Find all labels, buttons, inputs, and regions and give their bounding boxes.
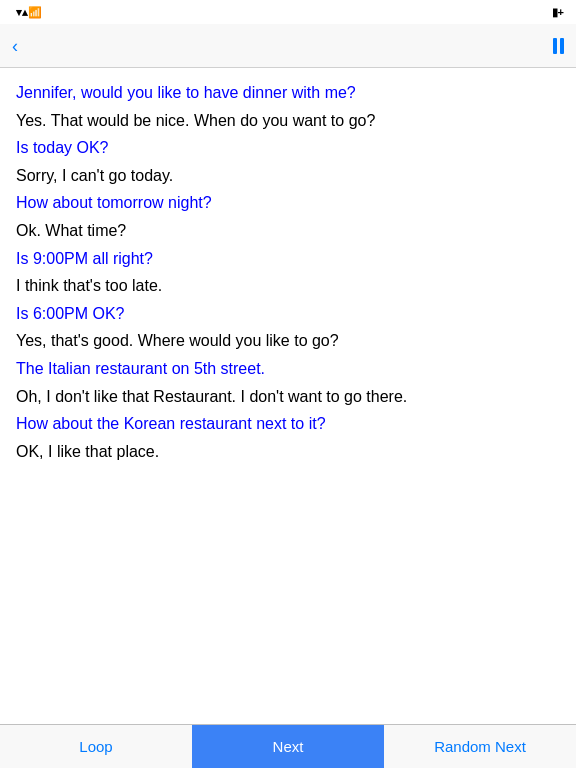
status-left: ▾▴📶 xyxy=(12,6,42,19)
tab-loop[interactable]: Loop xyxy=(0,725,192,768)
dialogue-line-6: Is 9:00PM all right? xyxy=(16,246,560,272)
pause-button[interactable] xyxy=(553,38,564,54)
battery-icon: ▮+ xyxy=(552,6,564,19)
status-right: ▮+ xyxy=(548,6,564,19)
pause-bar-right xyxy=(560,38,564,54)
dialogue-line-1: Yes. That would be nice. When do you wan… xyxy=(16,108,560,134)
wifi-icon: ▾▴📶 xyxy=(16,6,42,19)
dialogue-line-9: Yes, that's good. Where would you like t… xyxy=(16,328,560,354)
chevron-left-icon: ‹ xyxy=(12,37,18,55)
dialogue-line-10: The Italian restaurant on 5th street. xyxy=(16,356,560,382)
dialogue-line-12: How about the Korean restaurant next to … xyxy=(16,411,560,437)
tab-random-next[interactable]: Random Next xyxy=(384,725,576,768)
dialogue-line-0: Jennifer, would you like to have dinner … xyxy=(16,80,560,106)
back-button[interactable]: ‹ xyxy=(12,37,20,55)
pause-bar-left xyxy=(553,38,557,54)
tab-bar: LoopNextRandom Next xyxy=(0,724,576,768)
nav-bar: ‹ xyxy=(0,24,576,68)
dialogue-line-5: Ok. What time? xyxy=(16,218,560,244)
dialogue-line-13: OK, I like that place. xyxy=(16,439,560,465)
dialogue-content: Jennifer, would you like to have dinner … xyxy=(0,68,576,724)
status-bar: ▾▴📶 ▮+ xyxy=(0,0,576,24)
tab-next[interactable]: Next xyxy=(192,725,384,768)
dialogue-line-4: How about tomorrow night? xyxy=(16,190,560,216)
dialogue-line-2: Is today OK? xyxy=(16,135,560,161)
dialogue-line-7: I think that's too late. xyxy=(16,273,560,299)
dialogue-line-3: Sorry, I can't go today. xyxy=(16,163,560,189)
dialogue-line-11: Oh, I don't like that Restaurant. I don'… xyxy=(16,384,560,410)
dialogue-line-8: Is 6:00PM OK? xyxy=(16,301,560,327)
